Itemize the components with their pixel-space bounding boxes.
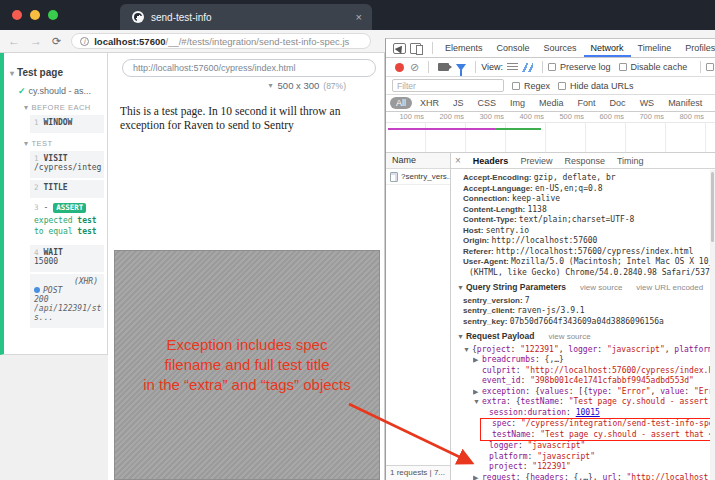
window-controls[interactable] (0, 0, 72, 30)
test-passed-check-icon: ✓ (18, 86, 26, 96)
forward-icon[interactable]: → (30, 34, 42, 48)
before-each-hook[interactable]: ▾BEFORE EACH (24, 103, 105, 112)
reload-icon[interactable]: ⟳ (52, 35, 61, 48)
list-view-icon[interactable] (507, 63, 518, 72)
timeline-overview[interactable] (386, 123, 715, 153)
header-line: Accept-Language: en-US,en;q=0.8 (463, 184, 715, 195)
timeline-magenta-bar (388, 128, 495, 130)
command-window[interactable]: 1WINDOW (30, 115, 104, 133)
screenshot-capture-icon[interactable] (438, 63, 449, 71)
visit-path: /cypress/integra (34, 163, 102, 172)
view-source-link[interactable]: view source (580, 283, 622, 292)
checkbox-offline[interactable]: Offline (706, 62, 715, 72)
checkbox-box (619, 63, 627, 71)
viewport-size: 500 x 300 (278, 80, 320, 91)
collapse-caret-icon[interactable]: ▾ (10, 69, 14, 78)
url-bar[interactable]: i localhost:57600/__/#/tests/integration… (71, 33, 371, 49)
payload-line[interactable]: ▶exception: {values: [{type: "Error", va… (473, 387, 715, 398)
suite-row[interactable]: ▾Test page (10, 67, 105, 78)
payload-line[interactable]: ▶breadcrumbs: {,…} (473, 355, 715, 366)
payload-line[interactable]: ▼extra: {testName: "Test page cy.should … (473, 397, 715, 408)
type-filter-xhr[interactable]: XHR (414, 97, 445, 109)
tab-close-icon[interactable]: × (354, 11, 364, 23)
header-line: Referer: http://localhost:57600/cypress/… (463, 247, 715, 258)
maximize-window-button[interactable] (48, 10, 58, 20)
close-window-button[interactable] (12, 10, 22, 20)
document-icon (390, 172, 398, 182)
xhr-dot-icon (34, 287, 40, 293)
command-title[interactable]: 2TITLE (30, 180, 104, 198)
section-caret-icon[interactable]: ▼ (457, 333, 464, 340)
browser-tab[interactable]: send-test-info × (120, 4, 372, 30)
ruler-tick: 100 ms (386, 112, 426, 122)
filter-funnel-icon[interactable] (456, 64, 466, 71)
type-filter-ws[interactable]: WS (634, 97, 661, 109)
checkbox-box (548, 63, 556, 71)
payload-line: testName: "Test page cy.should - assert … (483, 430, 715, 441)
type-filter-doc[interactable]: Doc (604, 97, 632, 109)
minimize-window-button[interactable] (30, 10, 40, 20)
view-source-link[interactable]: view source (548, 332, 590, 341)
payload-line[interactable]: ▼{project: "122391", logger: "javascript… (463, 345, 715, 356)
filter-input[interactable] (392, 79, 504, 92)
devtools-tab-sources[interactable]: Sources (537, 40, 584, 57)
name-column-header[interactable]: Name (386, 153, 450, 169)
close-detail-icon[interactable]: × (455, 155, 461, 166)
waterfall-view-icon[interactable] (522, 63, 533, 72)
type-filter-media[interactable]: Media (533, 97, 570, 109)
devtools-tab-elements[interactable]: Elements (438, 40, 490, 57)
scrollbar[interactable] (710, 170, 715, 480)
type-filter-font[interactable]: Font (572, 97, 602, 109)
command-assert[interactable]: 3- ASSERT expected test to equal test (30, 200, 104, 243)
device-toolbar-icon[interactable] (410, 43, 421, 54)
collapse-caret-icon[interactable]: ▾ (24, 103, 29, 112)
clear-icon[interactable]: ⊘ (410, 61, 419, 74)
command-xhr[interactable]: (XHR) POST 200 /api/122391/stor s... (30, 274, 104, 328)
request-row[interactable]: ?sentry_vers... (386, 169, 450, 185)
browser-tabbar: send-test-info × (0, 0, 715, 30)
divider (475, 61, 476, 73)
page-info-icon[interactable]: i (80, 37, 89, 46)
scrollbar-thumb[interactable] (711, 172, 714, 242)
detail-tab-response[interactable]: Response (558, 155, 611, 167)
query-params-list: sentry_version: 7sentry_client: raven-js… (463, 296, 715, 328)
command-visit[interactable]: 1VISIT /cypress/integra (30, 151, 104, 178)
back-icon[interactable]: ← (8, 34, 20, 48)
detail-tab-headers[interactable]: Headers (467, 155, 515, 167)
test-hook[interactable]: ▾TEST (24, 139, 105, 148)
type-filter-other[interactable]: Other (710, 97, 715, 109)
checkbox-disable-cache[interactable]: Disable cache (619, 62, 688, 72)
type-filter-manifest[interactable]: Manifest (662, 97, 708, 109)
detail-tab-timing[interactable]: Timing (611, 155, 650, 167)
devtools-tab-console[interactable]: Console (490, 40, 537, 57)
payload-line[interactable]: ▶request: {headers: {,…}, url: "http://l… (473, 473, 715, 480)
viewport-size-row[interactable]: ▾ 500 x 300 (87%) (108, 77, 384, 94)
section-caret-icon[interactable]: ▼ (457, 284, 464, 291)
type-filter-js[interactable]: JS (447, 97, 470, 109)
type-filter-all[interactable]: All (390, 97, 412, 109)
view-url-encoded-link[interactable]: view URL encoded (636, 283, 703, 292)
dropdown-caret-icon[interactable]: ▾ (269, 81, 273, 90)
aut-iframe: This is a test page. In 10 second it wil… (108, 94, 384, 250)
checkbox-hide-data-urls[interactable]: Hide data URLs (558, 81, 634, 91)
aut-url-field[interactable]: http://localhost:57600/cypress/index.htm… (122, 59, 376, 77)
header-line: Content-Type: text/plain;charset=UTF-8 (463, 215, 715, 226)
collapse-caret-icon[interactable]: ▾ (24, 139, 29, 148)
devtools-tab-network[interactable]: Network (584, 40, 631, 57)
header-line: Origin: http://localhost:57600 (463, 236, 715, 247)
test-row[interactable]: ✓cy.should - as... (18, 86, 105, 96)
highlight-box: spec: "/cypress/integration/send-test-in… (480, 418, 715, 441)
record-icon[interactable] (395, 63, 404, 72)
checkbox-box (512, 82, 520, 90)
checkbox-preserve-log[interactable]: Preserve log (548, 62, 611, 72)
wait-value: 15000 (34, 257, 102, 266)
checkbox-regex[interactable]: Regex (512, 81, 550, 91)
devtools-tab-profiles[interactable]: Profiles (678, 40, 715, 57)
inspect-element-icon[interactable] (393, 43, 406, 54)
network-checkboxes: Preserve logDisable cacheOffline (548, 61, 715, 73)
command-wait[interactable]: 4WAIT 15000 (30, 245, 104, 272)
type-filter-css[interactable]: CSS (472, 97, 503, 109)
devtools-tab-timeline[interactable]: Timeline (631, 40, 679, 57)
detail-tab-preview[interactable]: Preview (514, 155, 558, 167)
type-filter-img[interactable]: Img (504, 97, 531, 109)
